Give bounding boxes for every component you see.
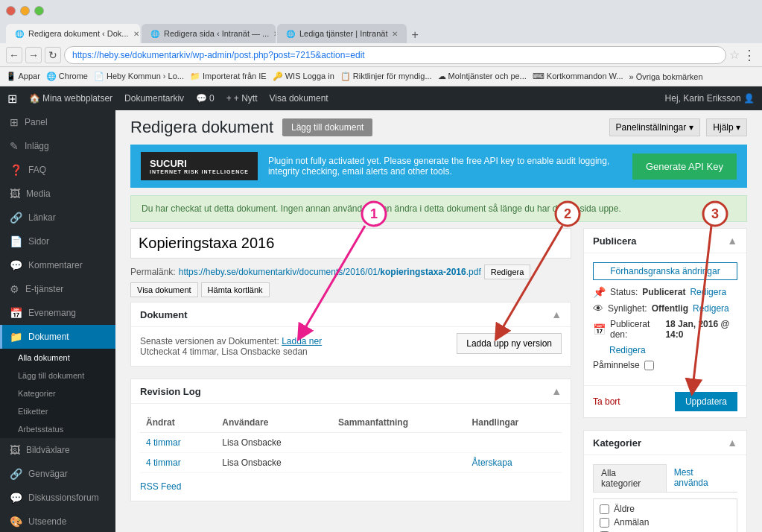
adminbar-dokumentarkiv[interactable]: Dokumentarkiv: [124, 93, 184, 104]
sidebar-label-diskussion: Diskussionsforum: [28, 493, 99, 503]
tab-3-close[interactable]: ✕: [392, 30, 398, 38]
tab-1-close[interactable]: ✕: [133, 30, 139, 38]
status-edit-link[interactable]: Redigera: [690, 287, 726, 297]
sidebar-item-bildvaxlare[interactable]: 🖼 Bildväxlare: [0, 438, 115, 462]
col-sammanfattning: Sammanfattning: [332, 413, 466, 433]
doc-checkout-info: Utcheckat 4 timmar, Lisa Onsbacke sedan: [140, 346, 322, 357]
preview-button[interactable]: Förhandsgranska ändringar: [593, 262, 737, 280]
bookmark-riktlinjer[interactable]: 📋 Riktlinjer för myndig...: [340, 72, 432, 81]
publish-footer: Ta bort Uppdatera: [584, 385, 746, 417]
published-edit-link[interactable]: Redigera: [609, 345, 646, 355]
hamta-kortlank-button[interactable]: Hämta kortlänk: [201, 282, 270, 297]
wp-admin-bar: ⊞ 🏠 Mina webbplatser Dokumentarkiv 💬 0 +…: [0, 86, 762, 110]
revision-time-1[interactable]: 4 timmar: [146, 437, 181, 448]
close-btn[interactable]: [6, 6, 16, 16]
col-handlingar: Handlingar: [466, 413, 562, 433]
maximize-btn[interactable]: [34, 6, 44, 16]
sidebar-sub-kategorier[interactable]: Kategorier: [0, 384, 115, 402]
revision-time-2[interactable]: 4 timmar: [146, 457, 181, 468]
sidebar-item-sidor[interactable]: 📄 Sidor: [0, 229, 115, 253]
delete-link[interactable]: Ta bort: [593, 396, 620, 407]
sidebar-item-kommentarer[interactable]: 💬 Kommentarer: [0, 253, 115, 277]
cat-label-aldre: Äldre: [614, 504, 635, 514]
adminbar-visa[interactable]: Visa dokument: [269, 93, 328, 104]
dokument-metabox-title: Dokument: [140, 309, 188, 320]
sidebar-item-media[interactable]: 🖼 Media: [0, 182, 115, 206]
sidebar-sub-lagg[interactable]: Lägg till dokument: [0, 367, 115, 384]
sidebar-item-evenemang[interactable]: 📅 Evenemang: [0, 301, 115, 325]
bookmark-appar[interactable]: 📱 Appar: [6, 72, 40, 81]
sidebar-label-inlagg: Inlägg: [25, 141, 49, 151]
tab-3[interactable]: 🌐 Lediga tjänster | Intranät ✕: [277, 24, 407, 43]
add-document-button[interactable]: Lägg till dokument: [282, 118, 372, 136]
new-tab-btn[interactable]: +: [408, 28, 421, 42]
revision-metabox-header[interactable]: Revision Log ▲: [131, 379, 571, 404]
redigera-permalink-button[interactable]: Redigera: [484, 265, 531, 279]
sidebar-sub-etiketter[interactable]: Etiketter: [0, 402, 115, 420]
help-button[interactable]: Hjälp ▾: [706, 118, 747, 136]
rss-feed-link[interactable]: RSS Feed: [140, 481, 181, 492]
adminbar-comments[interactable]: 💬 0: [196, 93, 215, 104]
publish-metabox-header[interactable]: Publicera ▲: [584, 229, 746, 253]
bookmark-moln[interactable]: ☁ Molntjänster och pe...: [438, 72, 527, 81]
bookmark-chrome[interactable]: 🌐 Chrome: [46, 72, 88, 81]
adminbar-nytt[interactable]: + + Nytt: [226, 93, 258, 104]
back-btn[interactable]: ←: [6, 47, 22, 63]
sidebar-sub-arbetsstatus[interactable]: Arbetsstatus: [0, 420, 115, 438]
menu-btn[interactable]: ⋮: [743, 47, 756, 63]
bookmark-ovriga[interactable]: » Övriga bokmärken: [629, 72, 703, 81]
cat-tab-alla[interactable]: Alla kategorier: [593, 464, 667, 492]
sidebar-item-lankar[interactable]: 🔗 Länkar: [0, 206, 115, 229]
sidebar-label-genvagar: Genvägar: [28, 469, 68, 479]
minimize-btn[interactable]: [20, 6, 30, 16]
nav-bar: ← → ↻ https://heby.se/dokumentarkiv/wp-a…: [0, 43, 762, 67]
sidebar-item-genvagar[interactable]: 🔗 Genvägar: [0, 462, 115, 486]
reminder-checkbox[interactable]: [644, 361, 654, 370]
adminbar-user: Hej, Karin Eriksson 👤: [665, 93, 755, 104]
sidebar-label-media: Media: [26, 189, 51, 199]
update-button[interactable]: Uppdatera: [675, 392, 737, 411]
sidebar-item-faq[interactable]: ❓ FAQ: [0, 158, 115, 182]
permalink-link[interactable]: https://heby.se/dokumentarkiv/documents/…: [179, 267, 481, 277]
sucuri-banner: SUCURI INTERNET RISK INTELLIGENCE Plugin…: [130, 145, 747, 188]
cat-checkbox-anmalan[interactable]: [600, 518, 609, 528]
document-title-input[interactable]: [130, 228, 571, 259]
sidebar-item-panel[interactable]: ⊞ Panel: [0, 110, 115, 134]
bookmark-heby[interactable]: 📄 Heby Kommun › Lo...: [94, 72, 184, 81]
tab-2[interactable]: 🌐 Redigera sida ‹ Intranät — ... ✕: [142, 24, 276, 43]
cat-tab-mest[interactable]: Mest använda: [667, 464, 737, 492]
bookmark-kort[interactable]: ⌨ Kortkommandon W...: [533, 72, 623, 81]
sidebar-label-etjanster: E-tjänster: [25, 284, 63, 294]
sidebar-item-etjanster[interactable]: ⚙ E-tjänster: [0, 277, 115, 301]
sidebar-item-utseende[interactable]: 🎨 Utseende: [0, 510, 115, 532]
revision-metabox-body: Ändrat Användare Sammanfattning Handling…: [131, 404, 571, 501]
categories-metabox-header[interactable]: Kategorier ▲: [584, 431, 746, 455]
visibility-edit-link[interactable]: Redigera: [693, 303, 729, 314]
bookmark-importerat[interactable]: 📁 Importerat från IE: [190, 72, 267, 81]
sidebar-sub-alla[interactable]: Alla dokument: [0, 349, 115, 367]
adminbar-mina-webbplatser[interactable]: 🏠 Mina webbplatser: [29, 93, 112, 104]
col-anvandare: Användare: [216, 413, 332, 433]
sidebar-item-diskussion[interactable]: 💬 Diskussionsforum: [0, 486, 115, 510]
download-link[interactable]: Ladda ner: [282, 336, 322, 346]
reload-btn[interactable]: ↻: [45, 47, 61, 63]
upload-new-version-button[interactable]: Ladda upp ny version: [457, 333, 562, 354]
tab-2-close[interactable]: ✕: [273, 30, 276, 38]
forward-btn[interactable]: →: [25, 47, 42, 63]
generate-api-key-button[interactable]: Generate API Key: [632, 153, 737, 180]
visa-dokument-button[interactable]: Visa dokument: [130, 282, 198, 297]
aterskapa-link[interactable]: Återskapa: [472, 457, 512, 468]
sidebar-label-evenemang: Evenemang: [28, 308, 76, 318]
visibility-label: Synlighet:: [608, 303, 647, 314]
dokument-metabox-header[interactable]: Dokument ▲: [131, 303, 571, 327]
sidebar-item-inlagg[interactable]: ✎ Inlägg: [0, 134, 115, 158]
sidebar-item-dokument[interactable]: 📁 Dokument: [0, 325, 115, 349]
tab-1[interactable]: 🌐 Redigera dokument ‹ Dok... ✕: [6, 24, 140, 43]
panel-settings-button[interactable]: Panelinställningar ▾: [609, 118, 701, 136]
bookmark-btn[interactable]: ☆: [729, 48, 740, 62]
bookmark-wis[interactable]: 🔑 WIS Logga in: [273, 72, 334, 81]
categories-toggle-icon: ▲: [727, 437, 737, 449]
address-bar[interactable]: https://heby.se/dokumentarkiv/wp-admin/p…: [64, 46, 726, 64]
sucuri-logo: SUCURI INTERNET RISK INTELLIGENCE: [141, 152, 258, 180]
cat-checkbox-aldre[interactable]: [600, 504, 609, 514]
